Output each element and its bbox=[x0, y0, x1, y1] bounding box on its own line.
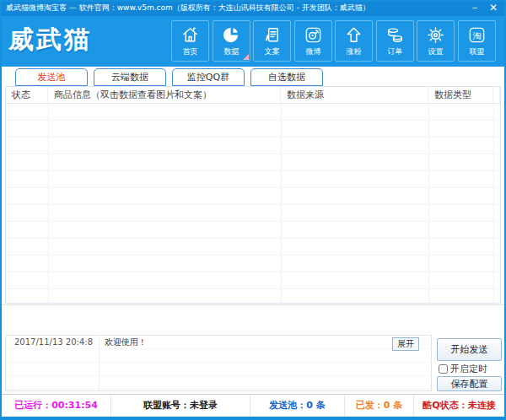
column-header-spacer bbox=[493, 87, 500, 103]
table-grid-line bbox=[493, 104, 494, 303]
tab-monitor-qq-group[interactable]: 监控QQ群 bbox=[172, 68, 245, 86]
tab-custom-data[interactable]: 自选数据 bbox=[250, 68, 323, 86]
toolbar-label: 联盟 bbox=[470, 46, 485, 57]
weibo-icon bbox=[304, 25, 323, 45]
status-runtime: 已运行：00:31:54 bbox=[2, 395, 111, 417]
minimize-icon[interactable]: – bbox=[472, 0, 477, 16]
toolbar-button-fans[interactable]: 涨粉 bbox=[335, 20, 373, 62]
home-icon bbox=[180, 25, 200, 45]
toolbar-label: 微博 bbox=[306, 46, 321, 57]
column-header-product-info: 商品信息（双击数据查看图片和文案） bbox=[48, 87, 281, 103]
toolbar-button-copywriting[interactable]: 文案 bbox=[253, 20, 291, 62]
log-entry: 2017/11/13 20:4:8 欢迎使用！ bbox=[6, 336, 431, 349]
save-config-button[interactable]: 保存配置 bbox=[437, 376, 502, 391]
close-icon[interactable]: ✕ bbox=[489, 0, 498, 16]
status-coolq-connection: 酷Q状态：未连接 bbox=[414, 395, 504, 417]
table-grid-line bbox=[48, 104, 49, 303]
toolbar: 威武猫 首页 数据 文案 bbox=[0, 16, 506, 67]
timer-option: 开启定时 bbox=[439, 363, 487, 375]
log-panel: 2017/11/13 20:4:8 欢迎使用！ 展开 bbox=[5, 335, 432, 391]
enable-timer-checkbox[interactable] bbox=[439, 364, 448, 374]
log-timestamp: 2017/11/13 20:4:8 bbox=[14, 336, 93, 349]
up-arrow-icon bbox=[344, 25, 363, 45]
start-sending-button[interactable]: 开始发送 bbox=[437, 338, 502, 361]
column-header-data-type: 数据类型 bbox=[428, 87, 493, 103]
toolbar-label: 涨粉 bbox=[347, 46, 362, 57]
status-send-pool-count: 发送池：0 条 bbox=[250, 395, 345, 417]
status-alliance-account: 联盟账号：未登录 bbox=[111, 395, 250, 417]
toolbar-button-settings[interactable]: 设置 bbox=[417, 20, 455, 62]
toolbar-button-home[interactable]: 首页 bbox=[171, 20, 209, 62]
column-header-status: 状态 bbox=[6, 87, 48, 103]
log-message: 欢迎使用！ bbox=[105, 336, 147, 349]
title-bar: 威武猫微博淘宝客 — 软件官网：www.v5m.com（版权所有：大连山讯科技有… bbox=[0, 0, 506, 16]
toolbar-button-data[interactable]: 数据 bbox=[213, 20, 250, 62]
status-bar: 已运行：00:31:54 联盟账号：未登录 发送池：0 条 已发：0 条 酷Q状… bbox=[2, 394, 504, 417]
expand-log-button[interactable]: 展开 bbox=[392, 337, 419, 351]
app-logo: 威武猫 bbox=[8, 23, 92, 57]
toolbar-label: 设置 bbox=[428, 46, 444, 57]
table-body-empty bbox=[6, 104, 500, 303]
svg-text:淘: 淘 bbox=[472, 30, 481, 40]
data-table: 状态 商品信息（双击数据查看图片和文案） 数据来源 数据类型 bbox=[5, 86, 501, 304]
tab-send-pool[interactable]: 发送池 bbox=[15, 68, 88, 86]
toolbar-label: 数据 bbox=[224, 46, 240, 57]
toolbar-button-alliance[interactable]: 淘 联盟 bbox=[458, 20, 496, 62]
app-window: 威武猫微博淘宝客 — 软件官网：www.v5m.com（版权所有：大连山讯科技有… bbox=[0, 0, 506, 420]
window-title: 威武猫微博淘宝客 — 软件官网：www.v5m.com（版权所有：大连山讯科技有… bbox=[6, 3, 370, 12]
toolbar-label: 文案 bbox=[265, 46, 280, 57]
tab-bar: 发送池 云端数据 监控QQ群 自选数据 bbox=[15, 68, 323, 86]
search-bar: 佣金比例: 价格范围: — 搜索 bbox=[2, 304, 504, 335]
status-sent-count: 已发：0 条 bbox=[345, 395, 414, 417]
taobao-icon: 淘 bbox=[467, 25, 487, 45]
enable-timer-label: 开启定时 bbox=[450, 363, 487, 375]
window-controls: – ✕ bbox=[472, 0, 498, 16]
table-grid-line bbox=[428, 104, 429, 303]
pie-chart-icon bbox=[222, 25, 241, 45]
coins-icon bbox=[385, 25, 405, 45]
toolbar-label: 首页 bbox=[183, 46, 198, 57]
toolbar-button-orders[interactable]: 订单 bbox=[376, 20, 414, 62]
gear-icon bbox=[426, 25, 445, 45]
table-grid-line bbox=[281, 104, 282, 303]
column-header-data-source: 数据来源 bbox=[281, 87, 428, 103]
dropdown-corner-marker bbox=[243, 54, 249, 60]
tab-cloud-data[interactable]: 云端数据 bbox=[94, 68, 166, 86]
toolbar-button-weibo[interactable]: 微博 bbox=[294, 20, 332, 62]
document-icon bbox=[262, 25, 282, 45]
table-header: 状态 商品信息（双击数据查看图片和文案） 数据来源 数据类型 bbox=[6, 87, 500, 104]
toolbar-label: 订单 bbox=[388, 46, 403, 57]
